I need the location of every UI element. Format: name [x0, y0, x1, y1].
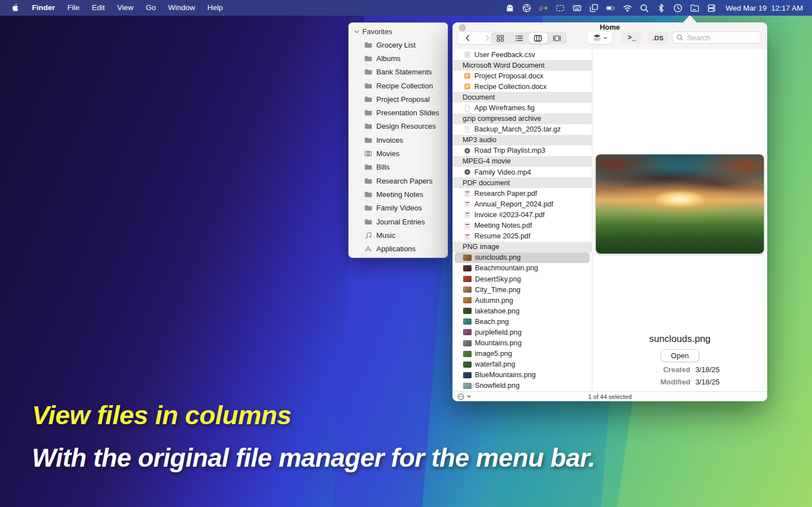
file-row-backup-march-2025-tar-gz[interactable]: Backup_March_2025.tar.gz — [452, 124, 592, 135]
column-view-button[interactable] — [529, 32, 548, 44]
battery-icon[interactable] — [603, 0, 619, 16]
screen-icon[interactable] — [552, 0, 569, 16]
file-row-user-feedback-csv[interactable]: User Feedback.csv — [452, 49, 592, 60]
menu-edit[interactable]: Edit — [86, 0, 111, 16]
file-row-meeting-notes-pdf[interactable]: Meeting Notes.pdf — [452, 220, 592, 231]
pdf-file-icon — [463, 211, 471, 219]
menu-view[interactable]: View — [111, 0, 139, 16]
file-row-city-time-png[interactable]: City_Time.png — [452, 284, 592, 295]
file-row-purplefield-png[interactable]: purplefield.png — [452, 327, 592, 337]
keyboard-icon[interactable] — [569, 0, 586, 16]
favorites-panel: Favorites Grocery ListAlbumsBank Stateme… — [348, 22, 448, 258]
ds-files-button[interactable]: .DS — [647, 32, 669, 44]
file-row-beachmountain-png[interactable]: Beachmountain.png — [452, 263, 592, 274]
file-row-recipe-collection-docx[interactable]: Recipe Collection.docx — [452, 81, 592, 92]
sidebar-item-label: Recipe Collection — [376, 82, 433, 90]
sidebar-item-applications[interactable]: Applications — [349, 242, 447, 255]
file-row-project-proposal-docx[interactable]: Project Proposal.docx — [452, 71, 592, 81]
sidebar-item-meeting-notes[interactable]: Meeting Notes — [349, 187, 447, 201]
group-by-button[interactable] — [587, 31, 613, 44]
file-row-laketahoe-png[interactable]: laketahoe.png — [452, 306, 592, 316]
pdf-file-icon — [463, 190, 471, 198]
sidebar-item-bank-statements[interactable]: Bank Statements — [349, 65, 447, 79]
search-input[interactable] — [686, 33, 757, 43]
file-row-snowfield-png[interactable]: Snowfield.png — [452, 381, 592, 391]
terminal-button[interactable]: >_ — [621, 32, 642, 44]
menu-bar: FinderFileEditViewGoWindowHelp Wed Mar 1… — [0, 0, 812, 16]
sidebar-item-family-videos[interactable]: Family Videos — [349, 201, 447, 215]
apps-icon — [363, 245, 372, 254]
file-row-family-video-mp4[interactable]: Family Video.mp4 — [452, 167, 592, 177]
menu-go[interactable]: Go — [139, 0, 162, 16]
folder-icon — [363, 135, 372, 144]
file-row-research-paper-pdf[interactable]: Research Paper.pdf — [452, 188, 592, 199]
file-row-autumn-png[interactable]: Autumn.png — [452, 295, 592, 306]
status-icons — [502, 0, 720, 16]
menu-bar-time[interactable]: 12:17 AM — [770, 4, 804, 12]
open-button[interactable]: Open — [661, 349, 699, 362]
sidebar-item-research-papers[interactable]: Research Papers — [349, 174, 447, 187]
file-name: Road Trip Playlist.mp3 — [474, 147, 545, 154]
preview-image[interactable] — [596, 154, 764, 254]
file-row-desertsky-png[interactable]: DesertSky.png — [452, 274, 592, 284]
sidebar-item-design-resources[interactable]: Design Resources — [349, 120, 447, 133]
sidebar-item-presentation-slides[interactable]: Presentation Slides — [349, 106, 447, 119]
folder-icon — [363, 176, 372, 185]
thumbnail-icon — [463, 287, 472, 293]
icon-view-button[interactable] — [491, 32, 510, 44]
apple-icon[interactable] — [11, 3, 20, 12]
chevron-down-icon — [354, 29, 360, 35]
file-row-sunclouds-png[interactable]: sunclouds.png — [455, 252, 590, 263]
sidebar-item-recipe-collection[interactable]: Recipe Collection — [349, 79, 447, 92]
shutter-icon[interactable] — [519, 0, 535, 16]
file-row-image5-png[interactable]: image5.png — [452, 349, 592, 359]
file-row-resume-2025-pdf[interactable]: Resume 2025.pdf — [452, 231, 592, 242]
sidebar-item-grocery-list[interactable]: Grocery List — [349, 38, 447, 51]
file-list-column: User Feedback.csvMicrosoft Word Document… — [452, 49, 592, 392]
search-field[interactable] — [672, 31, 762, 44]
pdf-file-icon — [463, 222, 471, 229]
ghost-icon[interactable] — [502, 0, 519, 16]
bluetooth-icon[interactable] — [653, 0, 670, 16]
file-row-annual-report-2024-pdf[interactable]: Annual_Report_2024.pdf — [452, 199, 592, 209]
sidebar-item-music[interactable]: Music — [349, 228, 447, 242]
menu-window[interactable]: Window — [162, 0, 201, 16]
file-row-bluemountains-png[interactable]: BlueMountains.png — [452, 370, 592, 381]
drives-icon[interactable] — [703, 0, 720, 16]
file-row-invoice-2023-047-pdf[interactable]: Invoice #2023-047.pdf — [452, 209, 592, 220]
file-row-app-wireframes-fig[interactable]: App Wireframes.fig — [452, 102, 592, 113]
sidebar-item-movies[interactable]: Movies — [349, 147, 447, 160]
sidebar-item-label: Grocery List — [376, 41, 416, 49]
favorites-section-header[interactable]: Favorites — [349, 23, 447, 38]
folder-icon — [363, 40, 372, 49]
folder-icon — [363, 95, 372, 104]
folder-icon — [363, 54, 372, 63]
sidebar-item-journal-entries[interactable]: Journal Entries — [349, 215, 447, 228]
menu-help[interactable]: Help — [201, 0, 229, 16]
back-button[interactable] — [458, 32, 477, 44]
sidebar-item-albums[interactable]: Albums — [349, 51, 447, 65]
file-row-waterfall-png[interactable]: waterfall.png — [452, 359, 592, 370]
file-row-mountains-png[interactable]: Mountains.png — [452, 338, 592, 349]
menu-bar-date[interactable]: Wed Mar 19 — [720, 4, 770, 12]
wifi-icon[interactable] — [619, 0, 636, 16]
file-row-beach-png[interactable]: Beach.png — [452, 316, 592, 327]
sidebar-item-project-proposal[interactable]: Project Proposal — [349, 92, 447, 106]
activity-icon[interactable] — [535, 0, 552, 16]
file-row-road-trip-playlist-mp3[interactable]: Road Trip Playlist.mp3 — [452, 145, 592, 156]
menu-finder[interactable]: Finder — [26, 0, 61, 16]
meta-label: Created — [646, 365, 690, 374]
copy-icon[interactable] — [586, 0, 603, 16]
pdf-file-icon — [463, 232, 471, 240]
files-icon[interactable] — [687, 0, 703, 16]
caption-line-2: With the original file manager for the m… — [32, 443, 595, 473]
gallery-view-button[interactable] — [548, 32, 567, 44]
sidebar-item-invoices[interactable]: Invoices — [349, 133, 447, 147]
sidebar-item-bills[interactable]: Bills — [349, 161, 447, 174]
clock-icon[interactable] — [670, 0, 687, 16]
status-bar: 1 of 44 selected — [452, 391, 767, 401]
thumbnail-icon — [463, 362, 472, 368]
list-view-button[interactable] — [510, 32, 529, 44]
search-icon[interactable] — [636, 0, 653, 16]
menu-file[interactable]: File — [61, 0, 86, 16]
